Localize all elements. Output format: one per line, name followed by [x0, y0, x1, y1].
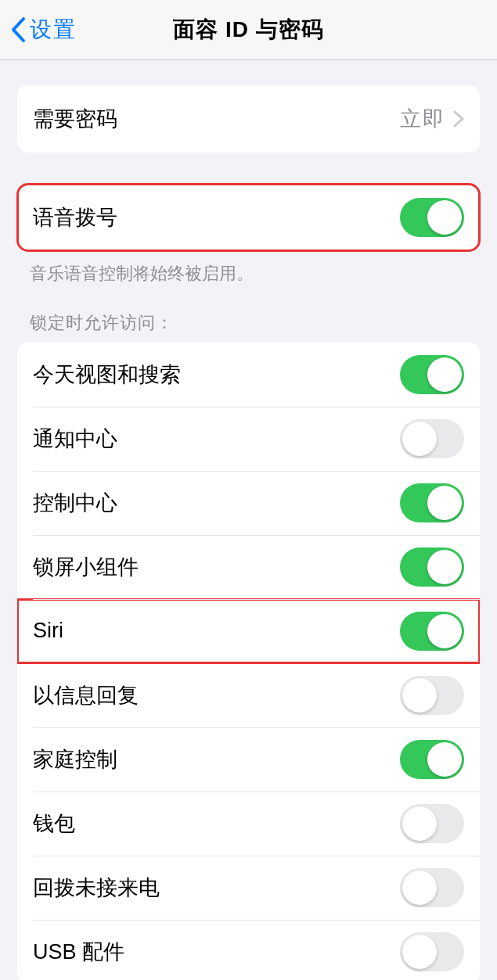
toggle[interactable] — [400, 419, 464, 458]
voice-dial-group: 语音拨号 — [17, 184, 480, 251]
voice-dial-footer: 音乐语音控制将始终被启用。 — [30, 262, 467, 286]
require-passcode-value: 立即 — [400, 105, 445, 133]
toggle-knob — [427, 357, 462, 392]
row-label: 今天视图和搜索 — [33, 361, 400, 389]
row-label: 钱包 — [33, 809, 400, 838]
toggle[interactable] — [400, 355, 464, 394]
locked-access-row: USB 配件 — [17, 920, 480, 980]
locked-access-row: 控制中心 — [17, 471, 480, 535]
row-label: 锁屏小组件 — [33, 553, 400, 581]
back-label: 设置 — [30, 15, 77, 45]
toggle[interactable] — [400, 676, 464, 715]
require-passcode-row[interactable]: 需要密码 立即 — [17, 85, 480, 153]
toggle-knob — [402, 871, 437, 905]
toggle[interactable] — [400, 932, 464, 971]
chevron-left-icon — [9, 16, 27, 43]
locked-access-row: 以信息回复 — [17, 663, 480, 727]
toggle[interactable] — [400, 804, 464, 843]
toggle[interactable] — [400, 868, 464, 907]
locked-access-group: 今天视图和搜索通知中心控制中心锁屏小组件Siri以信息回复家庭控制钱包回拨未接来… — [17, 343, 480, 980]
toggle-knob — [427, 486, 462, 520]
voice-dial-toggle[interactable] — [400, 198, 464, 237]
locked-access-row: 锁屏小组件 — [17, 535, 480, 599]
row-label: 回拨未接来电 — [33, 874, 400, 902]
row-label: 通知中心 — [33, 425, 400, 453]
row-label: 控制中心 — [33, 489, 400, 517]
toggle-knob — [427, 614, 462, 648]
page-title: 面容 ID 与密码 — [173, 15, 324, 45]
settings-content: 需要密码 立即 语音拨号 音乐语音控制将始终被启用。 锁定时允许访问： 今天视图… — [0, 60, 497, 980]
row-label: USB 配件 — [33, 938, 400, 966]
voice-dial-row: 语音拨号 — [17, 184, 480, 251]
toggle-knob — [402, 678, 437, 713]
chevron-right-icon — [453, 110, 464, 127]
locked-access-row: Siri — [17, 599, 480, 663]
toggle-knob — [402, 935, 437, 969]
locked-access-row: 通知中心 — [17, 407, 480, 471]
row-label: Siri — [33, 619, 400, 643]
toggle-knob — [402, 806, 437, 841]
navigation-bar: 设置 面容 ID 与密码 — [0, 0, 497, 60]
locked-access-row: 今天视图和搜索 — [17, 343, 480, 407]
toggle-knob — [427, 200, 462, 235]
back-button[interactable]: 设置 — [0, 0, 83, 59]
row-label: 家庭控制 — [33, 745, 400, 774]
toggle[interactable] — [400, 740, 464, 779]
toggle[interactable] — [400, 547, 464, 587]
locked-access-header: 锁定时允许访问： — [30, 311, 467, 335]
locked-access-row: 家庭控制 — [17, 727, 480, 792]
toggle[interactable] — [400, 612, 464, 651]
row-label: 以信息回复 — [33, 681, 400, 709]
require-passcode-group: 需要密码 立即 — [17, 85, 480, 153]
voice-dial-label: 语音拨号 — [33, 203, 400, 232]
locked-access-row: 钱包 — [17, 792, 480, 856]
toggle-knob — [427, 742, 462, 777]
toggle[interactable] — [400, 483, 464, 522]
toggle-knob — [427, 550, 462, 584]
toggle-knob — [402, 422, 437, 456]
require-passcode-label: 需要密码 — [33, 105, 400, 133]
locked-access-row: 回拨未接来电 — [17, 856, 480, 920]
